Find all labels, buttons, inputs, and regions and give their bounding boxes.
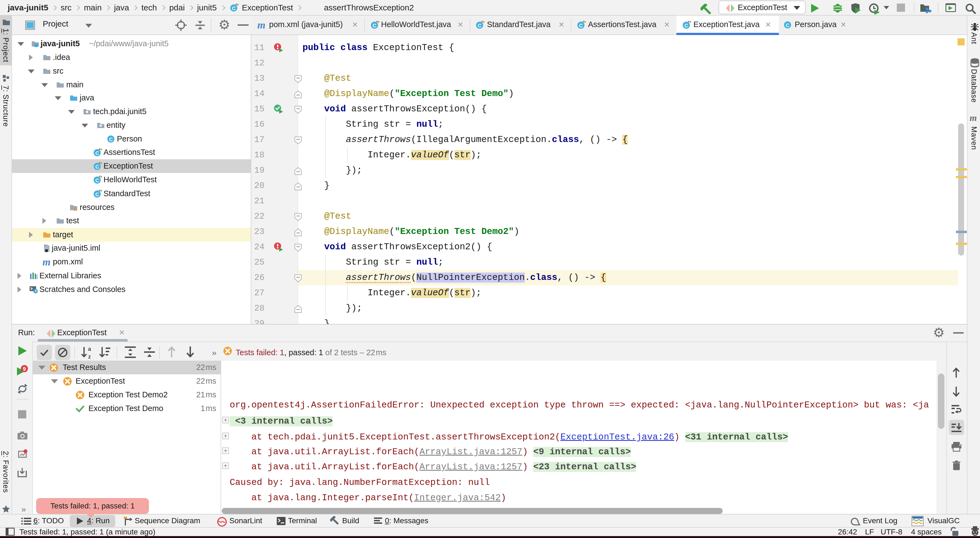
svg-text:C: C <box>232 5 236 11</box>
svg-text:C: C <box>95 178 99 183</box>
svg-text:C: C <box>478 23 482 29</box>
svg-text:C: C <box>786 22 789 28</box>
svg-text:C: C <box>109 136 113 142</box>
svg-text:C: C <box>95 150 99 156</box>
svg-text:C: C <box>684 23 688 29</box>
svg-text:a: a <box>88 346 91 352</box>
svg-text:z: z <box>88 354 91 359</box>
svg-text:C: C <box>372 23 376 29</box>
svg-text:C: C <box>95 192 99 197</box>
svg-text:C: C <box>95 164 99 170</box>
svg-text:9: 9 <box>23 366 26 372</box>
svg-text:C: C <box>579 23 583 29</box>
